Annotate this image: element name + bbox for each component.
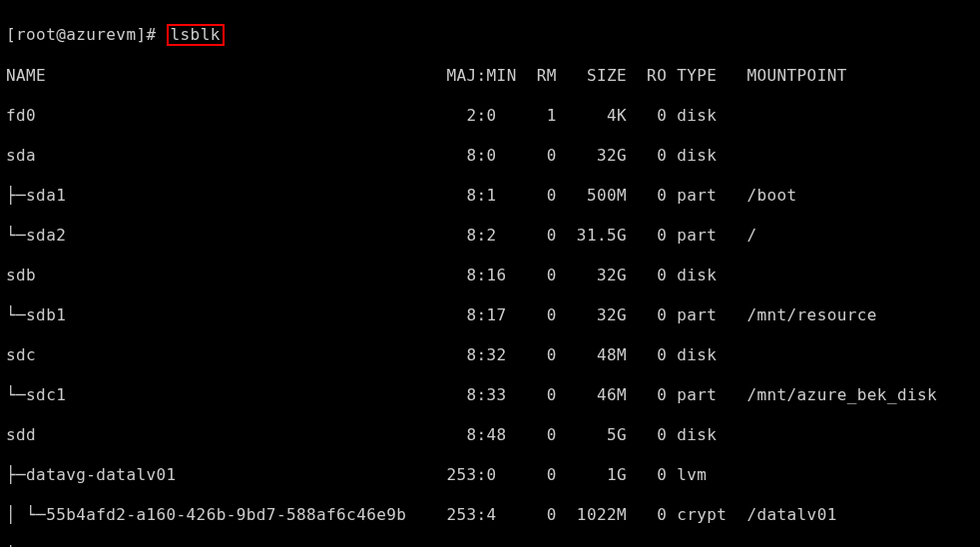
prompt-text: [root@azurevm]# [6, 25, 167, 44]
lsblk-row: ├─sda1 8:1 0 500M 0 part /boot [6, 186, 974, 206]
lsblk-row: sdc 8:32 0 48M 0 disk [6, 345, 974, 365]
lsblk-row: └─sda2 8:2 0 31.5G 0 part / [6, 226, 974, 246]
lsblk-row: └─sdc1 8:33 0 46M 0 part /mnt/azure_bek_… [6, 385, 974, 405]
lsblk-row: │ └─55b4afd2-a160-426b-9bd7-588af6c46e9b… [6, 505, 974, 525]
terminal-output: [root@azurevm]# lsblk NAME MAJ:MIN RM SI… [0, 0, 980, 547]
lsblk-row: fd0 2:0 1 4K 0 disk [6, 106, 974, 126]
lsblk-row: └─sdb1 8:17 0 32G 0 part /mnt/resource [6, 305, 974, 325]
lsblk-row: sdb 8:16 0 32G 0 disk [6, 266, 974, 285]
lsblk-row: sdd 8:48 0 5G 0 disk [6, 425, 974, 445]
lsblk-row: ├─datavg-datalv01 253:0 0 1G 0 lvm [6, 465, 974, 485]
lsblk-row: sda 8:0 0 32G 0 disk [6, 146, 974, 166]
lsblk-header: NAME MAJ:MIN RM SIZE RO TYPE MOUNTPOINT [6, 66, 974, 86]
prompt-line: [root@azurevm]# lsblk [6, 24, 974, 46]
command-highlight: lsblk [167, 24, 225, 46]
